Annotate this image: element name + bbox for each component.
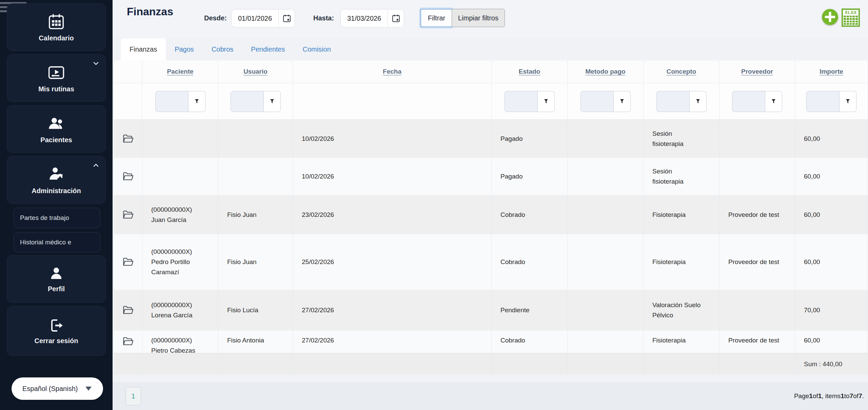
filter-cell-paciente bbox=[142, 83, 218, 119]
column-sort-link[interactable]: Concepto bbox=[667, 68, 696, 75]
column-header-fecha: Fecha bbox=[293, 60, 492, 83]
funnel-icon[interactable] bbox=[189, 91, 205, 112]
people-icon bbox=[47, 114, 65, 133]
sidebar-item-calendario[interactable]: Calendario bbox=[7, 3, 106, 51]
cell-paciente: (000000000X) Pietro Cabezas bbox=[142, 331, 218, 353]
date-from-label: Desde: bbox=[204, 14, 227, 22]
main-content: Finanzas Desde: Hasta: Filtrar Limpiar f… bbox=[113, 0, 868, 410]
filter-input-proveedor[interactable] bbox=[732, 91, 765, 112]
folder-open-icon[interactable] bbox=[122, 133, 134, 145]
chevron-up-icon[interactable] bbox=[92, 161, 100, 169]
sidebar-subitem-label: Partes de trabajo bbox=[20, 214, 69, 222]
filter-button[interactable]: Filtrar bbox=[420, 9, 453, 27]
table-row[interactable]: (000000000X) Pedro Portillo CaramazíFisi… bbox=[114, 234, 868, 290]
cell-metodo-pago bbox=[568, 290, 644, 331]
pagination-summary-part: . bbox=[862, 392, 864, 400]
cell-metodo-pago bbox=[568, 195, 644, 234]
pagination-summary-part: to bbox=[844, 392, 850, 400]
row-expander-cell bbox=[114, 158, 142, 195]
table-row[interactable]: 10/02/2026PagadoSesión fisioterapia60,00 bbox=[114, 158, 868, 195]
cell-fecha: 27/02/2026 bbox=[293, 331, 492, 353]
cell-usuario: Fisio Juan bbox=[218, 234, 293, 290]
add-record-icon[interactable] bbox=[821, 8, 839, 26]
cell-metodo-pago bbox=[568, 120, 644, 158]
column-sort-link[interactable]: Proveedor bbox=[741, 68, 773, 75]
table-body: 10/02/2026PagadoSesión fisioterapia60,00… bbox=[114, 120, 868, 353]
pagination-summary-part: 7 bbox=[859, 392, 862, 400]
sidebar-item-pacientes[interactable]: Pacientes bbox=[7, 105, 106, 153]
date-from-input[interactable] bbox=[232, 10, 278, 27]
pagination-summary-part: Page bbox=[794, 392, 809, 400]
expander-filter-cell bbox=[114, 83, 142, 119]
funnel-icon[interactable] bbox=[840, 91, 856, 112]
admin-gear-icon bbox=[47, 165, 65, 184]
column-sort-link[interactable]: Usuario bbox=[243, 68, 268, 75]
table-row[interactable]: (000000000X) Lorena GarcíaFisio Lucía27/… bbox=[114, 290, 868, 331]
tab-comision[interactable]: Comision bbox=[294, 38, 339, 60]
tab-label: Comision bbox=[302, 45, 331, 53]
cell-usuario bbox=[218, 120, 293, 158]
tab-finanzas[interactable]: Finanzas bbox=[121, 38, 166, 60]
filter-input-metodo-pago[interactable] bbox=[580, 91, 614, 112]
sidebar: CalendarioMis rutinasPacientesAdministra… bbox=[0, 0, 113, 410]
tab-pendientes[interactable]: Pendientes bbox=[242, 38, 294, 60]
cell-paciente: (000000000X) Lorena García bbox=[142, 290, 218, 331]
cell-concepto: Fisioterapia bbox=[644, 234, 719, 290]
column-sort-link[interactable]: Importe bbox=[820, 68, 843, 75]
cell-concepto: Sesión fisioterapia bbox=[644, 120, 719, 158]
column-sort-link[interactable]: Estado bbox=[519, 68, 540, 75]
cell-proveedor bbox=[719, 120, 795, 158]
sidebar-item-mis-rutinas[interactable]: Mis rutinas bbox=[7, 54, 106, 102]
column-sort-link[interactable]: Metodo pago bbox=[585, 68, 625, 75]
column-sort-link[interactable]: Paciente bbox=[167, 68, 193, 75]
column-header-concepto: Concepto bbox=[644, 60, 719, 83]
page-1-button[interactable]: 1 bbox=[125, 387, 141, 405]
folder-open-icon[interactable] bbox=[122, 304, 134, 316]
funnel-icon[interactable] bbox=[614, 91, 631, 112]
language-select[interactable]: Español (Spanish) bbox=[12, 377, 103, 400]
sidebar-subitem-partes-de-trabajo[interactable]: Partes de trabajo bbox=[14, 208, 100, 228]
sidebar-item-cerrar-sesión[interactable]: Cerrar sesión bbox=[7, 306, 106, 356]
folder-open-icon[interactable] bbox=[122, 256, 134, 268]
date-to-input[interactable] bbox=[341, 10, 388, 27]
logout-icon bbox=[48, 317, 64, 334]
folder-open-icon[interactable] bbox=[122, 170, 134, 183]
table-row[interactable]: 10/02/2026PagadoSesión fisioterapia60,00 bbox=[114, 120, 868, 158]
filter-input-concepto[interactable] bbox=[656, 91, 690, 112]
calendar-icon bbox=[47, 13, 65, 31]
folder-open-icon[interactable] bbox=[122, 335, 134, 348]
sidebar-item-administración[interactable]: Administración bbox=[7, 156, 106, 204]
date-to-group bbox=[340, 9, 404, 27]
filter-cell-metodo-pago bbox=[568, 83, 644, 119]
funnel-icon[interactable] bbox=[690, 91, 707, 112]
filter-input-usuario[interactable] bbox=[231, 91, 264, 112]
xlsx-export-icon[interactable]: XLSX bbox=[842, 8, 860, 27]
calendar-picker-icon[interactable] bbox=[388, 10, 404, 27]
folder-open-icon[interactable] bbox=[122, 209, 134, 221]
funnel-icon[interactable] bbox=[538, 91, 555, 112]
filter-input-paciente[interactable] bbox=[155, 91, 189, 112]
funnel-icon[interactable] bbox=[264, 91, 281, 112]
tab-label: Pagos bbox=[175, 45, 194, 53]
table-row[interactable]: (000000000X) Pietro CabezasFisio Antonia… bbox=[114, 331, 868, 353]
cell-metodo-pago bbox=[568, 158, 644, 195]
sidebar-subitem-historial-medico[interactable]: Historial médico e bbox=[14, 232, 100, 253]
table-row[interactable]: (000000000X) Juan GarcíaFisio Juan23/02/… bbox=[114, 195, 868, 234]
sidebar-item-label: Administración bbox=[32, 187, 81, 195]
tab-pagos[interactable]: Pagos bbox=[166, 38, 203, 60]
calendar-picker-icon[interactable] bbox=[278, 10, 295, 27]
filter-input-estado[interactable] bbox=[505, 91, 538, 112]
filter-input-importe[interactable] bbox=[806, 91, 840, 112]
cell-concepto: Fisioterapia bbox=[644, 195, 719, 234]
clear-filters-button[interactable]: Limpiar filtros bbox=[452, 9, 505, 27]
sidebar-item-perfil[interactable]: Perfil bbox=[7, 255, 106, 303]
tab-cobros[interactable]: Cobros bbox=[203, 38, 242, 60]
cell-importe: 60,00 bbox=[795, 158, 868, 195]
column-sort-link[interactable]: Fecha bbox=[383, 68, 401, 75]
tab-label: Cobros bbox=[212, 45, 233, 53]
sidebar-subnav: Partes de trabajoHistorial médico e bbox=[0, 208, 113, 253]
sum-empty-cell bbox=[114, 353, 142, 375]
chevron-down-icon[interactable] bbox=[92, 59, 100, 68]
funnel-icon[interactable] bbox=[765, 91, 782, 112]
page-title: Finanzas bbox=[127, 5, 173, 18]
